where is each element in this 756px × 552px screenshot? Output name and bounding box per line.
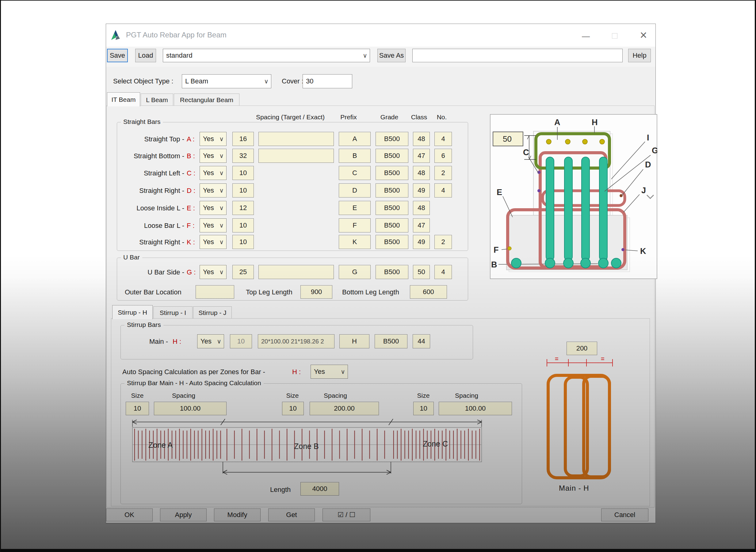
app-icon — [110, 29, 121, 41]
length-input[interactable]: 4000 — [300, 482, 339, 496]
help-button[interactable]: Help — [628, 49, 651, 62]
row-d-class-input[interactable]: 49 — [413, 183, 430, 197]
row-c-grade-input[interactable]: B500 — [375, 166, 408, 180]
row-b-size-input[interactable]: 32 — [233, 149, 254, 163]
row-g-spacing-input[interactable] — [259, 265, 334, 279]
row-f-prefix-input[interactable]: F — [339, 218, 370, 233]
top-leg-length-input[interactable]: 900 — [300, 285, 332, 299]
apply-button[interactable]: Apply — [160, 509, 207, 521]
stirrup-main-grade-input[interactable]: B500 — [374, 334, 408, 349]
row-d-prefix-input[interactable]: D — [339, 183, 370, 197]
row-k-count-input[interactable]: 2 — [434, 235, 452, 249]
outer-bar-location-input[interactable] — [195, 285, 234, 299]
stirrup-spacing-input[interactable]: 200 — [567, 341, 597, 355]
zone-a-size-input[interactable]: 10 — [126, 402, 149, 415]
row-g-prefix-input[interactable]: G — [339, 265, 370, 279]
row-b-count-input[interactable]: 6 — [434, 149, 452, 163]
row-b-class-input[interactable]: 47 — [413, 149, 430, 163]
row-f-class-input[interactable]: 47 — [413, 218, 430, 233]
row-b-enabled-combobox[interactable]: Yes — [199, 149, 226, 163]
stirrup-main-class-input[interactable]: 44 — [413, 334, 430, 349]
row-d-size-input[interactable]: 10 — [233, 183, 254, 197]
auto-spacing-label: Auto Spacing Calculation as per Zones fo… — [122, 368, 265, 376]
tab-l-beam[interactable]: L Beam — [141, 94, 173, 106]
row-c-count-input[interactable]: 2 — [434, 166, 452, 180]
zone-c-spacing-input[interactable]: 100.00 — [439, 402, 512, 415]
stirrup-main-spacing-input[interactable]: 20*100.00 21*198.26 2 — [258, 334, 334, 349]
row-f-enabled-combobox[interactable]: Yes — [199, 218, 226, 233]
row-a-spacing-input[interactable] — [259, 132, 334, 146]
row-d-enabled-combobox[interactable]: Yes — [199, 183, 226, 197]
row-b-spacing-input[interactable] — [259, 149, 334, 163]
bottom-leg-length-input[interactable]: 600 — [410, 285, 447, 299]
checkbox-toggle-button[interactable]: ☑ / ☐ — [322, 509, 370, 521]
row-d-count-input[interactable]: 4 — [434, 183, 452, 197]
zone-a-spacing-input[interactable]: 100.00 — [154, 402, 226, 415]
row-g-class-input[interactable]: 50 — [413, 265, 430, 279]
tab-stirrup-j[interactable]: Stirrup - J — [193, 306, 232, 319]
tab-it-beam[interactable]: IT Beam — [107, 92, 140, 106]
tab-stirrup-h[interactable]: Stirrup - H — [112, 305, 153, 319]
cancel-button[interactable]: Cancel — [601, 509, 648, 521]
row-k-enabled-combobox[interactable]: Yes — [199, 235, 226, 249]
auto-spacing-combobox[interactable]: Yes — [311, 365, 348, 379]
ok-button[interactable]: OK — [106, 509, 153, 521]
zone-c-size-input[interactable]: 10 — [413, 402, 434, 415]
label-e: E — [497, 188, 502, 197]
load-button[interactable]: Load — [135, 49, 156, 62]
get-button[interactable]: Get — [268, 509, 315, 521]
row-e-grade-input[interactable]: B500 — [375, 201, 408, 215]
row-k-grade-input[interactable]: B500 — [375, 235, 408, 249]
row-a-class-input[interactable]: 48 — [413, 132, 430, 146]
stirrup-main-enabled-combobox[interactable]: Yes — [197, 334, 224, 349]
row-k-prefix-input[interactable]: K — [339, 235, 370, 249]
modify-button[interactable]: Modify — [214, 509, 261, 521]
outer-bar-location-label: Outer Bar Location — [125, 288, 181, 296]
row-e-enabled-combobox[interactable]: Yes — [199, 201, 226, 215]
row-e-prefix-input[interactable]: E — [339, 201, 370, 215]
close-button[interactable]: × — [634, 28, 653, 42]
row-f-grade-input[interactable]: B500 — [375, 218, 408, 233]
row-e-class-input[interactable]: 48 — [413, 201, 430, 215]
object-type-combobox[interactable]: L Beam — [182, 74, 271, 88]
row-b-grade-input[interactable]: B500 — [375, 149, 408, 163]
stirrup-main-size-input[interactable]: 10 — [230, 334, 252, 349]
tab-stirrup-i[interactable]: Stirrup - I — [153, 306, 192, 319]
label-j: J — [641, 186, 646, 195]
row-g-grade-input[interactable]: B500 — [375, 265, 408, 279]
row-a-count-input[interactable]: 4 — [434, 132, 452, 146]
zone-b-label: Zone B — [294, 442, 319, 450]
cover-50-value[interactable]: 50 — [503, 134, 512, 144]
preset-combobox[interactable]: standard — [163, 49, 370, 62]
tab-rectangular-beam[interactable]: Rectangular Beam — [174, 94, 240, 106]
row-c-prefix-input[interactable]: C — [339, 166, 370, 180]
row-c-enabled-combobox[interactable]: Yes — [199, 166, 226, 180]
row-f-size-input[interactable]: 10 — [233, 218, 254, 233]
stirrup-main-prefix-input[interactable]: H — [339, 334, 369, 349]
save-button[interactable]: Save — [107, 49, 128, 62]
row-k-class-input[interactable]: 49 — [413, 235, 430, 249]
row-b-prefix-input[interactable]: B — [339, 149, 370, 163]
row-d-grade-input[interactable]: B500 — [375, 183, 408, 197]
row-a-size-input[interactable]: 16 — [233, 132, 254, 146]
row-k-size-input[interactable]: 10 — [233, 235, 254, 249]
save-as-input[interactable] — [412, 49, 623, 62]
window-title: PGT Auto Rebar App for Beam — [126, 31, 226, 39]
maximize-button[interactable]: □ — [605, 29, 624, 42]
row-a-enabled-combobox[interactable]: Yes — [199, 132, 226, 146]
row-g-label: U Bar Side - — [117, 268, 184, 276]
minimize-button[interactable]: — — [577, 30, 595, 42]
save-as-button[interactable]: Save As — [377, 49, 406, 62]
cover-input[interactable]: 30 — [303, 74, 352, 88]
row-g-count-input[interactable]: 4 — [434, 265, 452, 279]
zone-b-size-input[interactable]: 10 — [282, 402, 304, 415]
row-g-size-input[interactable]: 25 — [233, 265, 254, 279]
row-c-class-input[interactable]: 48 — [413, 166, 430, 180]
row-a-grade-input[interactable]: B500 — [375, 132, 408, 146]
row-a-prefix-input[interactable]: A — [339, 132, 370, 146]
zone-b-spacing-input[interactable]: 200.00 — [310, 402, 379, 415]
row-c-size-input[interactable]: 10 — [233, 166, 254, 180]
row-g-enabled-combobox[interactable]: Yes — [199, 265, 226, 279]
row-e-size-input[interactable]: 12 — [233, 201, 254, 215]
col-grade: Grade — [377, 114, 402, 121]
